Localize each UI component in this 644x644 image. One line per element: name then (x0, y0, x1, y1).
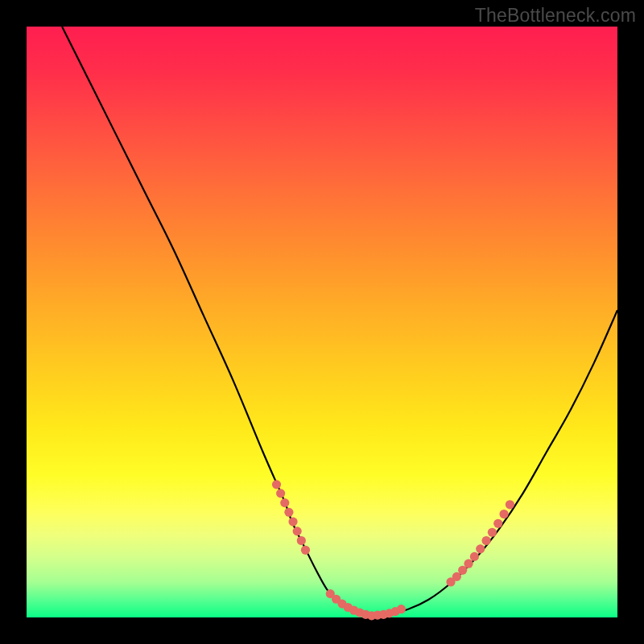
data-dot (470, 552, 479, 561)
watermark-text: TheBottleneck.com (475, 5, 636, 27)
data-dot (481, 536, 490, 545)
data-dot (301, 546, 310, 555)
data-dot (280, 498, 289, 507)
dot-layer (272, 480, 514, 620)
data-dot (293, 526, 302, 535)
chart-svg (27, 27, 617, 617)
data-dot (464, 559, 473, 568)
data-dot (297, 536, 306, 545)
data-dot (288, 517, 297, 526)
plot-area (27, 27, 617, 617)
data-dot (488, 528, 497, 537)
data-dot (272, 480, 281, 489)
data-dot (284, 508, 293, 517)
data-dot (476, 544, 485, 553)
data-dot (397, 605, 406, 613)
chart-frame: TheBottleneck.com (0, 0, 644, 644)
data-dot (499, 510, 508, 518)
data-dot (276, 489, 285, 497)
data-dot (506, 500, 514, 509)
bottleneck-curve (62, 27, 617, 616)
data-dot (493, 519, 502, 528)
